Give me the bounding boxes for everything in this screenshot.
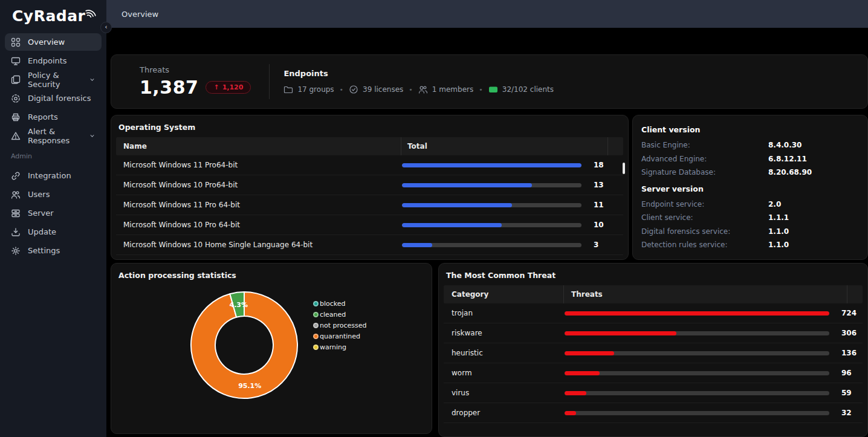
- legend-label: cleaned: [320, 311, 346, 319]
- sidebar-item-update[interactable]: Update: [5, 223, 102, 241]
- version-value: 1.1.0: [768, 227, 789, 236]
- threat-category: trojan: [444, 309, 563, 317]
- threat-panel-title: The Most Common Threat: [439, 264, 867, 285]
- table-row[interactable]: Microsoft Windows 10 Pro64-bit 13: [116, 175, 623, 195]
- version-label: Client service:: [641, 213, 768, 222]
- grid-icon: [11, 37, 21, 47]
- threat-bar: [565, 331, 829, 335]
- alert-icon: [11, 131, 21, 141]
- os-name: Microsoft Windows 10 Pro 64-bit: [116, 221, 401, 229]
- stat-text: 17 groups: [297, 85, 334, 94]
- legend-label: warning: [320, 343, 346, 351]
- donut-chart[interactable]: 95.1%4.3%: [111, 264, 432, 434]
- sidebar-item-label: Server: [28, 209, 54, 218]
- breadcrumb: Overview: [121, 10, 158, 19]
- sidebar-item-label: Digital forensics: [28, 94, 91, 103]
- sidebar-item-label: Reports: [28, 112, 58, 121]
- legend-label: blocked: [320, 300, 346, 308]
- threats-block: Threats 1,387 ↑ 1,120: [111, 65, 269, 98]
- version-value: 2.0: [768, 200, 781, 209]
- stat-text: 1 members: [432, 85, 473, 94]
- threats-value: 1,387: [140, 77, 198, 98]
- version-row: Detection rules service: 1.1.0: [641, 238, 859, 252]
- threat-category: riskware: [444, 329, 563, 337]
- threats-badge-value: 1,120: [222, 83, 244, 91]
- os-bar: [402, 183, 581, 187]
- dot-separator: •: [409, 86, 413, 94]
- sidebar-item-users[interactable]: Users: [5, 186, 102, 203]
- sidebar-item-overview[interactable]: Overview: [5, 33, 102, 51]
- sidebar: CyRadar Overview Endpoints Policy & Secu…: [0, 0, 106, 437]
- server-version-rows: Endpoint service: 2.0 Client service: 1.…: [641, 198, 859, 252]
- radar-waves-icon: [84, 6, 99, 22]
- sidebar-item-reports[interactable]: Reports: [5, 108, 102, 126]
- legend-item-quarantined[interactable]: quarantined: [313, 331, 367, 342]
- sidebar-item-server[interactable]: Server: [5, 204, 102, 222]
- table-row[interactable]: virus 59: [444, 383, 863, 403]
- license-check-icon: [349, 85, 358, 94]
- content: Threats 1,387 ↑ 1,120 Endpoints 17 group…: [106, 28, 868, 437]
- table-row[interactable]: worm 96: [444, 363, 863, 383]
- sidebar-item-label: Update: [28, 227, 56, 236]
- table-row[interactable]: Microsoft Windows 11 Pro 64-bit 11: [116, 195, 623, 215]
- legend-marker: [313, 345, 319, 350]
- table-row[interactable]: Microsoft Windows 11 Pro64-bit 18: [116, 155, 623, 175]
- threat-category: virus: [444, 389, 563, 397]
- table-row[interactable]: dropper 32: [444, 403, 863, 423]
- forensics-icon: [11, 94, 21, 103]
- table-row[interactable]: heuristic 136: [444, 343, 863, 363]
- chevron-down-icon: [89, 76, 96, 83]
- os-rows: Microsoft Windows 11 Pro64-bit 18 Micros…: [111, 155, 628, 255]
- os-total: 11: [594, 201, 604, 209]
- common-threat-panel: The Most Common Threat Category Threats …: [438, 263, 868, 437]
- os-table-header: Name Total: [116, 137, 623, 155]
- threat-bar: [565, 391, 829, 395]
- legend-item-cleaned[interactable]: cleaned: [313, 309, 367, 320]
- admin-section-label: Admin: [0, 146, 106, 162]
- sidebar-item-policy-security[interactable]: Policy & Security: [5, 71, 102, 88]
- sidebar-item-integration[interactable]: Integration: [5, 167, 102, 184]
- donut-slice-label: 95.1%: [238, 382, 261, 390]
- topbar: Overview: [106, 0, 868, 28]
- dot-separator: •: [340, 86, 344, 94]
- legend-label: quarantined: [320, 332, 360, 340]
- members-icon: [418, 85, 428, 94]
- table-row[interactable]: Microsoft Windows 10 Home Single Languag…: [116, 235, 623, 255]
- version-row: Digital forensics service: 1.1.0: [641, 225, 859, 239]
- table-row[interactable]: Microsoft Windows 10 Pro 64-bit 10: [116, 215, 623, 235]
- sidebar-item-digital-forensics[interactable]: Digital forensics: [5, 89, 102, 107]
- sidebar-item-label: Policy & Security: [28, 71, 89, 89]
- sidebar-item-settings[interactable]: Settings: [5, 242, 102, 259]
- sidebar-collapse-button[interactable]: ‹: [100, 22, 112, 33]
- table-row[interactable]: riskware 306: [444, 323, 863, 343]
- endpoint-stat-1-members: 1 members: [418, 85, 473, 94]
- sidebar-item-label: Users: [28, 190, 50, 199]
- sidebar-item-alert-responses[interactable]: Alert & Responses: [5, 127, 102, 144]
- table-row[interactable]: trojan 724: [444, 303, 863, 323]
- legend-item-blocked[interactable]: blocked: [313, 298, 367, 309]
- versions-panel: Client version Basic Engine: 8.4.0.30 Ad…: [632, 115, 868, 260]
- sidebar-item-endpoints[interactable]: Endpoints: [5, 52, 102, 70]
- chevron-down-icon: [89, 132, 96, 139]
- os-name: Microsoft Windows 10 Home Single Languag…: [116, 241, 401, 249]
- operating-system-panel: Operating System Name Total Microsoft Wi…: [111, 115, 629, 260]
- chart-legend: blocked cleaned not processed quarantine…: [313, 298, 367, 352]
- threat-count: 306: [841, 329, 857, 337]
- endpoint-stat-39-licenses: 39 licenses: [349, 85, 403, 94]
- os-bar: [402, 243, 581, 247]
- os-col-total: Total: [401, 137, 607, 155]
- legend-item-not-processed[interactable]: not processed: [313, 320, 367, 331]
- action-statistics-panel: 95.1%4.3% Action processing statistics b…: [111, 263, 432, 434]
- threat-count: 724: [841, 309, 857, 317]
- server-icon: [11, 209, 21, 218]
- client-version-title: Client version: [641, 125, 859, 134]
- os-bar: [402, 203, 581, 207]
- legend-marker: [313, 334, 319, 339]
- legend-marker: [313, 312, 319, 317]
- os-bar: [402, 163, 581, 167]
- os-scrollbar[interactable]: [623, 163, 625, 174]
- os-name: Microsoft Windows 10 Pro64-bit: [116, 181, 401, 189]
- os-name: Microsoft Windows 11 Pro 64-bit: [116, 201, 401, 209]
- server-version-title: Server version: [641, 184, 859, 193]
- legend-item-warning[interactable]: warning: [313, 342, 367, 352]
